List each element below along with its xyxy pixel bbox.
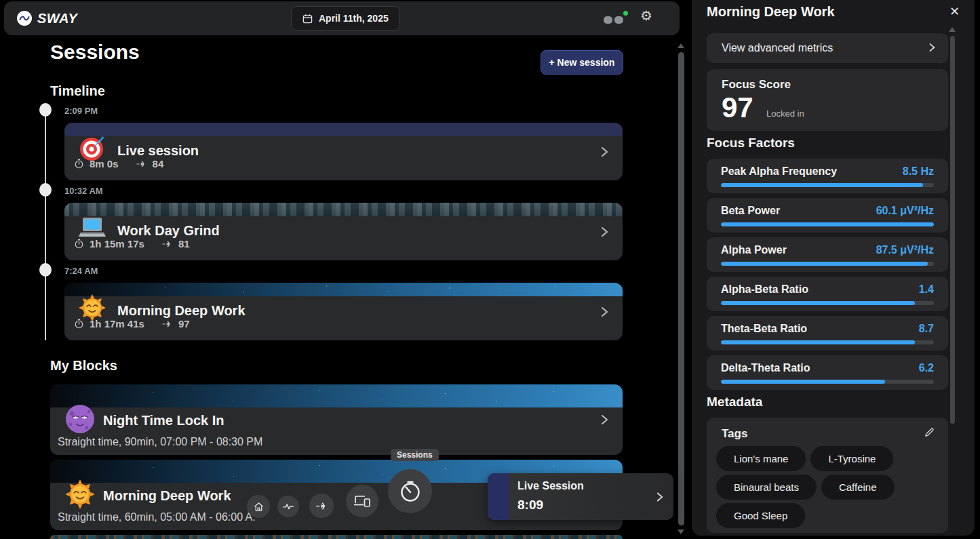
factor-progress-fill [721,380,885,384]
scroll-down-arrow[interactable] [678,530,684,534]
tag-pill[interactable]: Binaural beats [716,475,817,500]
session-title: Live session [117,143,199,159]
edit-pencil-icon[interactable] [924,427,935,437]
session-details-panel: Morning Deep Work ✕ View advanced metric… [692,0,975,536]
factor-alpha-power: Alpha Power 87.5 μV²/Hz [707,237,948,272]
block-banner [50,384,623,407]
tags-label: Tags [722,427,747,441]
view-advanced-metrics-button[interactable]: View advanced metrics [707,33,948,63]
live-session-popup[interactable]: Live Session 8:09 [488,473,673,520]
timeline-heading: Timeline [50,83,105,99]
new-session-button[interactable]: + New session [541,50,623,75]
focus-target-icon[interactable] [309,494,334,518]
page-title: Sessions [50,41,140,64]
close-icon[interactable]: ✕ [949,4,960,19]
sun-face-icon [63,477,97,511]
factor-peak-alpha-frequency: Peak Alpha Frequency 8.5 Hz [707,159,948,193]
activity-icon[interactable] [277,496,299,517]
purple-moon-icon [63,402,97,436]
panel-scroll-up-arrow[interactable] [949,27,956,32]
factor-beta-power: Beta Power 60.1 μV²/Hz [707,198,948,233]
tags-list: Lion's mane L-Tyrosine Binaural beats Ca… [716,446,940,528]
session-card-work-day-grind[interactable]: Work Day Grind 1h 15m 17s 81 [64,203,623,260]
factor-value: 60.1 μV²/Hz [876,205,934,217]
block-schedule: Straight time, 90min, 07:00 PM - 08:30 P… [58,436,262,448]
calendar-icon [302,14,313,24]
session-card-morning-deep-work[interactable]: Morning Deep Work 1h 17m 41s 97 [64,283,623,340]
chevron-right-icon [655,491,664,502]
focus-score-card: Focus Score 97 Locked in [707,69,948,131]
block-card-night-time-lock-in[interactable]: Night Time Lock In Straight time, 90min,… [50,384,623,455]
brand-logo: SWAY [16,10,77,26]
settings-gear-icon[interactable]: ⚙ [640,9,652,22]
popup-title: Live Session [517,480,584,492]
timeline-dot [39,263,52,277]
focus-score-icon [162,319,173,329]
timeline-time: 2:09 PM [64,106,98,116]
session-card-live-session[interactable]: Live session 8m 0s 84 [64,123,623,180]
devices-icon[interactable] [346,485,378,517]
popup-accent-strip [488,473,509,520]
stopwatch-icon [74,159,84,169]
focus-score-icon [136,159,147,169]
block-title: Morning Deep Work [103,488,231,504]
factor-value: 1.4 [919,283,934,296]
chevron-right-icon [600,414,609,426]
factor-delta-theta-ratio: Delta-Theta Ratio 6.2 [707,355,948,390]
factor-progress-track [721,222,934,226]
factor-label: Delta-Theta Ratio [721,362,810,374]
factor-progress-track [721,183,934,187]
factor-label: Beta Power [721,205,780,217]
factor-progress-fill [721,301,915,305]
session-stats: 1h 15m 17s 81 [74,238,190,249]
stopwatch-icon [74,319,84,329]
session-score: 84 [153,158,164,169]
session-banner [64,123,623,136]
factor-progress-fill [721,340,915,344]
date-label: April 11th, 2025 [319,13,389,24]
tag-pill[interactable]: Lion's mane [716,446,806,471]
popup-timer: 8:09 [517,498,543,513]
session-duration: 1h 17m 41s [90,318,144,330]
focus-score-status: Locked in [766,108,804,119]
tag-pill[interactable]: Caffeine [821,475,895,500]
sway-logo-icon [16,10,33,26]
session-stats: 1h 17m 41s 97 [74,318,190,330]
session-duration: 8m 0s [90,158,119,169]
tag-pill[interactable]: Good Sleep [716,503,805,528]
factor-label: Theta-Beta Ratio [721,323,807,335]
date-picker-button[interactable]: April 11th, 2025 [291,6,400,31]
session-stats: 8m 0s 84 [74,158,163,169]
factor-value: 8.5 Hz [903,165,934,178]
timeline-rail [45,110,46,340]
tag-pill[interactable]: L-Tyrosine [810,446,893,471]
panel-title: Morning Deep Work [707,4,835,20]
device-dot-icon [614,16,623,24]
stopwatch-icon [74,239,84,249]
block-card-partial[interactable] [50,535,623,539]
factor-progress-fill [721,222,934,226]
top-bar: SWAY April 11th, 2025 ⚙ [4,1,680,35]
timeline-time: 10:32 AM [64,186,103,196]
timeline-dot [39,183,52,197]
timeline-time: 7:24 AM [64,266,98,276]
main-scrollbar[interactable] [678,52,684,525]
block-banner [50,535,623,539]
scroll-up-arrow[interactable] [678,43,684,48]
tags-card: Tags Lion's mane L-Tyrosine Binaural bea… [707,418,948,533]
block-title: Night Time Lock In [103,413,224,428]
device-status-indicator [604,11,627,26]
advanced-metrics-label: View advanced metrics [722,42,833,54]
session-title: Work Day Grind [117,223,220,239]
block-schedule: Straight time, 60min, 05:00 AM - 06:00 A… [58,511,256,523]
chevron-right-icon [600,146,609,158]
session-score: 81 [178,238,190,249]
panel-scrollbar[interactable] [950,36,955,424]
session-duration: 1h 15m 17s [90,238,144,249]
connection-status-dot [623,11,628,16]
brand-name: SWAY [37,11,77,26]
factor-progress-track [721,262,934,266]
timer-icon[interactable] [388,469,432,513]
session-score: 97 [178,318,190,330]
home-icon[interactable] [247,495,270,518]
